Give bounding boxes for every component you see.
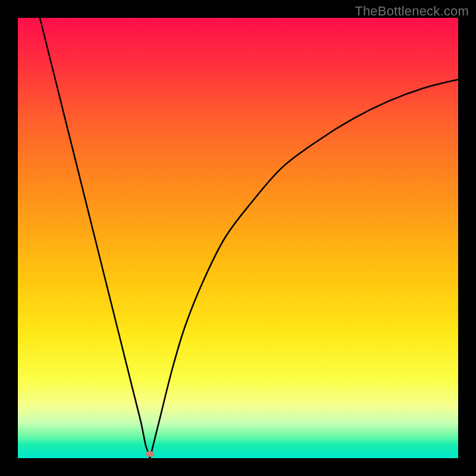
minimum-marker bbox=[146, 451, 154, 457]
plot-area bbox=[18, 18, 458, 458]
curve-svg bbox=[18, 18, 458, 458]
curve-left-branch bbox=[40, 18, 150, 458]
curve-right-branch bbox=[150, 80, 458, 458]
watermark-text: TheBottleneck.com bbox=[355, 4, 469, 19]
chart-frame: TheBottleneck.com bbox=[0, 0, 476, 476]
